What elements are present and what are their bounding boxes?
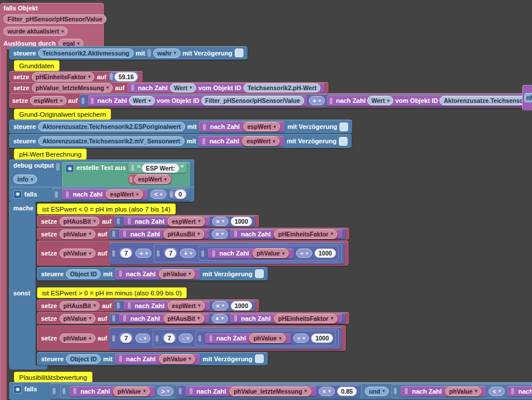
number-field[interactable]: 1000 (231, 301, 252, 310)
mutator-gear-icon[interactable]: ✱ (13, 385, 22, 394)
trigger-object-id-field[interactable]: Filter_pHSensor/pHSensor/Value (3, 14, 106, 24)
number-field[interactable]: 59.16 (114, 72, 138, 82)
variable-dropdown[interactable]: phValue (60, 334, 95, 343)
block-setze-phvalue-mult-plus[interactable]: setze phValue auf nach Zahl pHAusBit × n… (37, 228, 349, 240)
comment-originalwert[interactable]: Grund-Originalwert speichern (14, 109, 111, 120)
math-sum-block[interactable]: nach Zahl Wert vom Objekt ID Filter_pHSe… (79, 94, 532, 107)
object-id-field[interactable]: Filter_pHSensor/pHSensor/Value (201, 96, 304, 105)
variable-dropdown[interactable]: espWert (30, 96, 66, 105)
variable-block[interactable]: espWert (128, 174, 172, 184)
operator-dropdown[interactable]: × (212, 301, 228, 310)
block-setze-phvalue-calc-plus[interactable]: setze phValue auf 7 + 7 + nach Zahl phVa… (37, 240, 349, 266)
variable-dropdown[interactable]: phValue (60, 314, 95, 323)
variable-dropdown[interactable]: espWert (106, 190, 142, 199)
number-field[interactable]: 7 (120, 249, 132, 258)
number-field[interactable]: 7 (164, 334, 175, 343)
block-steuere-objectid-minus[interactable]: steuere Object ID mit nach Zahl phValue … (37, 352, 268, 365)
nach-zahl-block[interactable]: nach Zahl phValue (401, 386, 486, 397)
block-setze-espwert[interactable]: setze espWert auf nach Zahl Wert vom Obj… (9, 93, 532, 108)
nach-zahl-block[interactable]: nach Zahl pHEinheitsFaktor (230, 314, 342, 323)
block-falls-2-header[interactable]: ✱ falls nach Zahl phValue > nach Zahl ph… (9, 382, 532, 400)
block-steuere-aktivmessung[interactable]: steuere Teichsensorik2.Aktivmessung mit … (9, 46, 247, 60)
comment-plausibilitaet[interactable]: Plausibilitätsbewertung (14, 372, 93, 383)
math-block-inner[interactable]: nach Zahl phValue ÷ 1000 (195, 331, 336, 346)
offscreen-block-fragment[interactable]: nf (522, 85, 532, 110)
variable-block[interactable]: pHAusBit (162, 313, 205, 324)
nach-zahl-block[interactable]: nach Zahl Wert vom Objekt ID Aktorenzusa… (327, 95, 532, 106)
nach-zahl-block[interactable]: nach Zahl phValue_le (507, 386, 532, 397)
variable-dropdown[interactable]: pHAusBit (164, 314, 204, 323)
variable-block[interactable]: phValue (248, 333, 286, 343)
delay-checkbox[interactable] (255, 269, 264, 278)
nach-zahl-block[interactable]: nach Zahl phValue_letzteMessung (186, 386, 316, 396)
nach-zahl-block[interactable]: nach Zahl phValue (69, 386, 155, 397)
wert-dropdown[interactable]: Wert (170, 83, 196, 92)
value-dropdown[interactable]: wahr (153, 49, 180, 58)
delay-checkbox[interactable] (339, 123, 348, 131)
variable-block[interactable]: pHEinheitsFaktor (273, 313, 338, 324)
operator-dropdown[interactable]: - (135, 334, 150, 343)
variable-dropdown[interactable]: phValue (249, 334, 285, 343)
block-setze-letztemessung[interactable]: setze phValue_letzteMessung auf nach Zah… (9, 82, 328, 93)
number-block[interactable]: 7 (164, 248, 178, 258)
string-block[interactable]: “ ESP Wert: ” (128, 163, 187, 173)
math-block[interactable]: nach Zahl phValue_letzteMessung × 0.85 (176, 385, 360, 398)
variable-dropdown[interactable]: pHEinheitsFaktor (32, 72, 95, 82)
variable-dropdown[interactable]: phValue (113, 387, 149, 396)
variable-dropdown[interactable]: espWert (243, 122, 280, 131)
object-id-field[interactable]: Aktorenzusatze.Teichsensorik2.ESPorigina… (38, 122, 185, 131)
text-join-block[interactable]: ✱ erstelle Text aus “ ESP Wert: ” espWer… (62, 162, 190, 187)
math-block-mid[interactable]: 7 + nach Zahl phValue ÷ 1000 (154, 244, 342, 262)
block-setze-phvalue-calc-minus[interactable]: setze phValue auf 7 - 7 - nach Zahl phVa… (37, 325, 346, 351)
log-level-dropdown[interactable]: info (13, 175, 37, 184)
variable-block[interactable]: espWert (167, 216, 205, 227)
variable-dropdown[interactable]: espWert (168, 301, 204, 310)
compare-operator-dropdown[interactable]: < (489, 387, 505, 396)
nach-zahl-block[interactable]: nach Zahl espWert (124, 301, 210, 310)
variable-block[interactable]: espWert (242, 121, 281, 132)
nach-zahl-block[interactable]: nach Zahl Wert vom Objekt ID Teichsensor… (127, 83, 325, 92)
delay-checkbox[interactable] (339, 137, 348, 146)
math-block[interactable]: nach Zahl pHAusBit × nach Zahl pHEinheit… (109, 229, 345, 239)
nach-zahl-block[interactable]: nach Zahl phValue (205, 334, 291, 343)
number-block[interactable]: 7 (162, 333, 176, 343)
variable-dropdown[interactable]: espWert (168, 217, 204, 226)
variable-dropdown[interactable]: pHAusBit (60, 217, 100, 226)
nach-zahl-block[interactable]: nach Zahl pHEinheitsFaktor (230, 229, 342, 238)
operator-dropdown[interactable]: ÷ (293, 334, 309, 343)
operator-dropdown[interactable]: + (180, 249, 196, 258)
variable-dropdown[interactable]: pHEinheitsFaktor (274, 314, 337, 323)
variable-block[interactable]: phValue_letzteMessung (228, 386, 312, 397)
variable-block[interactable]: espWert (241, 136, 280, 146)
compare-block[interactable]: nach Zahl phValue < nach Zahl phValue_le (391, 384, 532, 398)
variable-dropdown[interactable]: phValue (253, 249, 289, 258)
trigger-block[interactable]: falls Objekt Filter_pHSensor/pHSensor/Va… (0, 3, 104, 50)
nach-zahl-block[interactable]: nach Zahl phValue (115, 354, 201, 364)
operator-dropdown[interactable]: ÷ (296, 249, 312, 258)
delay-checkbox[interactable] (235, 49, 243, 57)
block-setze-phvalue-mult-minus[interactable]: setze phValue auf nach Zahl pHAusBit × n… (37, 312, 349, 324)
object-id-field[interactable]: Object ID (66, 354, 101, 364)
number-field[interactable]: 7 (120, 334, 132, 343)
compare-operator-dropdown[interactable]: < (150, 190, 167, 199)
variable-block[interactable]: phValue (252, 248, 290, 258)
operator-dropdown[interactable]: × (212, 217, 228, 226)
number-field[interactable]: 0 (175, 190, 186, 199)
operator-dropdown[interactable]: - (179, 334, 194, 343)
nach-zahl-block[interactable]: nach Zahl Wert vom Objekt ID Filter_pHSe… (88, 95, 306, 106)
math-block-mid[interactable]: 7 - nach Zahl phValue ÷ 1000 (153, 329, 339, 347)
nach-zahl-block[interactable]: nach Zahl espWert (124, 217, 210, 225)
comment-minus-case[interactable]: ist ESPwert > 0 = pH im minus (also 6.99… (37, 287, 187, 298)
object-id-field[interactable]: Aktorenzusatze.Teichsensorik2.pH-Offset (439, 96, 532, 105)
compare-operator-dropdown[interactable]: > (157, 387, 173, 396)
variable-dropdown[interactable]: espWert (134, 175, 171, 184)
operator-dropdown[interactable]: + (135, 249, 152, 258)
nach-zahl-block[interactable]: nach Zahl espWert (198, 136, 285, 146)
nach-zahl-block[interactable]: nach Zahl espWert (62, 189, 148, 199)
block-steuere-esporiginalwert[interactable]: steuere Aktorenzusatze.Teichsensorik2.ES… (9, 120, 352, 134)
wert-dropdown[interactable]: Wert (367, 96, 393, 105)
variable-block[interactable]: phValue (112, 386, 150, 397)
object-id-field[interactable]: Teichsensorik2.pH-Wert (243, 83, 320, 92)
number-block[interactable]: 7 (119, 333, 133, 343)
block-steuere-objectid-plus[interactable]: steuere Object ID mit nach Zahl phValue … (37, 267, 268, 280)
